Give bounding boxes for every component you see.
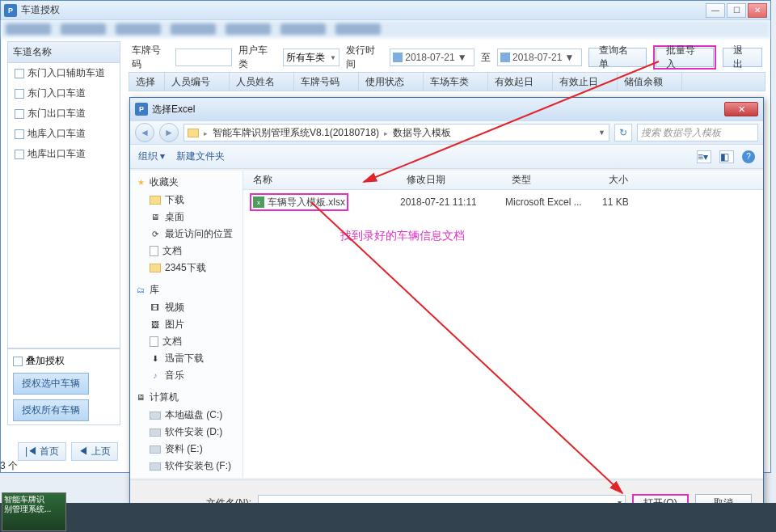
tree-item[interactable]: 软件安装 (D:) — [135, 424, 238, 441]
lane-item[interactable]: 地库入口车道 — [8, 124, 120, 144]
computer-label[interactable]: 计算机 — [150, 391, 179, 404]
view-options-button[interactable]: ≡▾ — [697, 150, 711, 163]
col-type[interactable]: 类型 — [507, 173, 604, 187]
tree-item[interactable]: 2345下载 — [135, 260, 238, 277]
dialog-close-button[interactable]: ✕ — [724, 102, 758, 116]
th-usage[interactable]: 使用状态 — [359, 73, 424, 91]
query-button[interactable]: 查询名单 — [588, 48, 647, 67]
lane-item[interactable]: 地库出口车道 — [8, 144, 120, 164]
tree-item[interactable]: 软件安装包 (F:) — [135, 458, 238, 475]
folder-icon — [150, 196, 161, 205]
th-park-type[interactable]: 车场车类 — [424, 73, 488, 91]
lane-item[interactable]: 东门入口车道 — [8, 83, 120, 103]
filter-bar: 车牌号码 用户车类 所有车类▼ 发行时间 2018-07-21▼ 至 2018-… — [129, 41, 765, 74]
plate-input[interactable] — [175, 49, 232, 66]
breadcrumb-part[interactable]: 数据导入模板 — [393, 126, 451, 140]
taskbar-thumbnail[interactable]: 智能车牌识别管理系统... — [2, 492, 66, 531]
checkbox-icon[interactable] — [15, 69, 24, 78]
chevron-down-icon: ▼ — [458, 52, 467, 63]
lane-label: 东门入口车道 — [27, 87, 86, 100]
user-type-label: 用户车类 — [238, 44, 276, 71]
drive-icon — [150, 412, 161, 420]
count-label: 3 个 — [0, 459, 18, 473]
th-valid-to[interactable]: 有效止日 — [553, 73, 618, 91]
app-icon: P — [4, 4, 17, 17]
th-person-id[interactable]: 人员编号 — [165, 73, 230, 91]
exit-button[interactable]: 退出 — [723, 48, 762, 67]
file-list[interactable]: x 车辆导入模板.xlsx 2018-07-21 11:11 Microsoft… — [243, 190, 763, 478]
new-folder-button[interactable]: 新建文件夹 — [176, 150, 225, 163]
file-row[interactable]: x 车辆导入模板.xlsx 2018-07-21 11:11 Microsoft… — [247, 193, 760, 211]
folder-icon — [150, 264, 161, 272]
file-type: Microsoft Excel ... — [505, 196, 602, 208]
th-plate[interactable]: 车牌号码 — [294, 73, 359, 91]
issue-date-label: 发行时间 — [346, 44, 383, 71]
organize-menu[interactable]: 组织 ▾ — [138, 150, 165, 163]
th-select[interactable]: 选择 — [129, 73, 165, 91]
checkbox-icon[interactable] — [15, 89, 24, 99]
first-icon: |◀ — [25, 445, 37, 457]
tree-item[interactable]: ♪音乐 — [135, 367, 238, 384]
lane-item[interactable]: 东门入口辅助车道 — [8, 63, 120, 83]
tree-item[interactable]: 文档 — [135, 243, 238, 260]
chevron-down-icon: ▼ — [330, 54, 336, 61]
tree-item[interactable]: ⟳最近访问的位置 — [135, 226, 238, 243]
date-from-picker[interactable]: 2018-07-21▼ — [390, 49, 474, 66]
authorize-all-button[interactable]: 授权所有车辆 — [13, 399, 89, 421]
close-button[interactable]: ✕ — [748, 3, 767, 18]
tree-item[interactable]: 下载 — [135, 192, 238, 209]
breadcrumb[interactable]: 智能车牌识别管理系统V8.1(20180718) 数据导入模板 ▼ — [183, 124, 609, 141]
lane-label: 东门出口车道 — [27, 107, 86, 120]
preview-pane-button[interactable]: ◧ — [719, 150, 734, 163]
maximize-button[interactable]: ☐ — [727, 3, 746, 18]
tree-item[interactable]: 本地磁盘 (C:) — [135, 407, 238, 424]
th-person-name[interactable]: 人员姓名 — [230, 73, 294, 91]
import-button[interactable]: 批量导入 — [656, 48, 714, 67]
first-page-button[interactable]: |◀ 首页 — [18, 442, 66, 461]
overlay-auth-label: 叠加授权 — [26, 354, 65, 368]
import-highlight: 批量导入 — [653, 45, 716, 70]
prev-page-button[interactable]: ◀ 上页 — [71, 442, 117, 461]
chevron-down-icon[interactable]: ▼ — [598, 129, 605, 137]
tree-item[interactable]: 🎞视频 — [135, 299, 238, 316]
checkbox-icon[interactable] — [15, 150, 24, 159]
annotation-text: 找到录好的车辆信息文档 — [340, 229, 465, 243]
checkbox-icon[interactable] — [13, 357, 23, 366]
col-date[interactable]: 修改日期 — [402, 173, 507, 187]
nav-tree[interactable]: ★收藏夹 下载 🖥桌面 ⟳最近访问的位置 文档 2345下载 🗂库 🎞视频 🖼图… — [130, 171, 243, 478]
user-type-value: 所有车类 — [286, 51, 325, 65]
taskbar: 智能车牌识别管理系统... — [0, 503, 776, 532]
tree-item[interactable]: 🖥桌面 — [135, 209, 238, 226]
forward-button[interactable]: ► — [159, 123, 179, 142]
tree-item[interactable]: 文档 — [135, 333, 238, 350]
th-balance[interactable]: 储值余额 — [618, 73, 682, 91]
col-name[interactable]: 名称 — [248, 173, 402, 187]
date-to-picker[interactable]: 2018-07-21▼ — [497, 49, 582, 66]
favorites-label[interactable]: 收藏夹 — [150, 175, 179, 189]
col-size[interactable]: 大小 — [604, 173, 668, 187]
breadcrumb-part[interactable]: 智能车牌识别管理系统V8.1(20180718) — [213, 126, 379, 140]
library-icon: 🗂 — [135, 285, 146, 296]
recent-icon: ⟳ — [150, 229, 161, 240]
dialog-app-icon: P — [135, 103, 148, 116]
lane-panel: 车道名称 东门入口辅助车道 东门入口车道 东门出口车道 地库入口车道 地库出口车… — [7, 41, 120, 348]
tree-item[interactable]: ⬇迅雷下载 — [135, 350, 238, 367]
file-list-area: 名称 修改日期 类型 大小 x 车辆导入模板.xlsx 2018-07-21 1… — [243, 171, 763, 478]
lane-item[interactable]: 东门出口车道 — [8, 103, 120, 124]
checkbox-icon[interactable] — [15, 129, 24, 139]
tree-item[interactable]: 资料 (E:) — [135, 441, 238, 458]
tree-item[interactable]: 🖼图片 — [135, 316, 238, 333]
checkbox-icon[interactable] — [15, 109, 24, 119]
star-icon: ★ — [135, 177, 146, 188]
help-icon[interactable]: ? — [742, 150, 755, 163]
download-icon: ⬇ — [150, 353, 161, 365]
libraries-label[interactable]: 库 — [150, 283, 159, 297]
authorize-selected-button[interactable]: 授权选中车辆 — [13, 373, 89, 395]
search-input[interactable]: 搜索 数据导入模板 — [637, 124, 758, 141]
back-button[interactable]: ◄ — [135, 123, 154, 142]
minimize-button[interactable]: — — [706, 3, 725, 18]
th-valid-from[interactable]: 有效起日 — [488, 73, 553, 91]
date-from-value: 2018-07-21 — [405, 52, 454, 63]
refresh-button[interactable]: ↻ — [614, 124, 632, 141]
user-type-select[interactable]: 所有车类▼ — [283, 49, 340, 66]
